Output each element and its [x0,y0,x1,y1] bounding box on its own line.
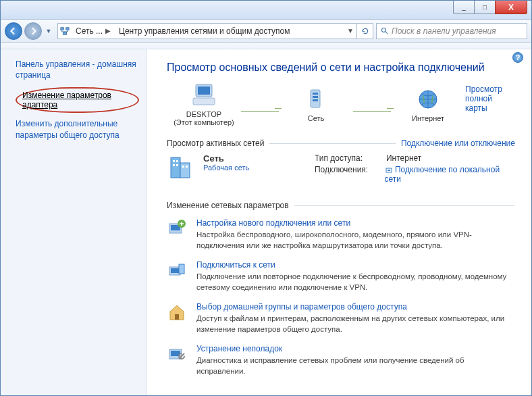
change-settings-list: Настройка нового подключения или сети На… [167,218,515,376]
toolbar [1,43,531,49]
svg-rect-0 [61,27,63,30]
svg-rect-10 [313,99,318,101]
svg-point-3 [382,28,386,32]
svg-rect-6 [193,98,215,105]
breadcrumb[interactable]: Сеть ...▶ Центр управления сетями и общи… [57,23,357,39]
breadcrumb-item[interactable]: Сеть ...▶ [72,26,115,36]
svg-rect-19 [186,166,188,168]
navbar: ▼ Сеть ...▶ Центр управления сетями и об… [1,20,531,43]
setup-new-connection-item[interactable]: Настройка нового подключения или сети На… [167,218,515,251]
svg-rect-27 [179,264,184,274]
workplace-network-icon [167,153,195,182]
svg-rect-14 [173,160,175,162]
refresh-button[interactable] [357,23,373,39]
troubleshoot-icon [167,344,187,364]
forward-button[interactable] [24,22,42,40]
sidebar-home-link[interactable]: Панель управления - домашняя страница [16,59,139,80]
search-input[interactable]: Поиск в панели управления [376,23,527,39]
main-content: ? Просмотр основных сведений о сети и на… [147,49,531,395]
help-button[interactable]: ? [512,52,523,63]
network-node-icon [304,87,328,112]
svg-rect-26 [171,268,179,273]
svg-rect-15 [176,160,178,162]
breadcrumb-item[interactable]: Центр управления сетями и общим доступом [115,26,294,36]
troubleshoot-item[interactable]: Устранение неполадок Диагностика и испра… [167,344,515,376]
homegroup-sharing-item[interactable]: Выбор домашней группы и параметров общег… [167,302,515,335]
svg-rect-2 [63,32,66,34]
map-connector [353,111,391,112]
svg-rect-17 [176,164,178,166]
search-placeholder: Поиск в панели управления [392,26,496,36]
page-title: Просмотр основных сведений о сети и наст… [167,61,515,74]
active-networks-header: Просмотр активных сетей Подключение или … [167,139,515,148]
refresh-icon [361,27,369,35]
svg-rect-21 [388,170,390,171]
svg-rect-8 [313,93,318,95]
network-map: DESKTOP (Этот компьютер) Сеть [167,83,515,126]
connect-to-network-item[interactable]: Подключиться к сети Подключение или повт… [167,260,515,293]
sidebar-advanced-link[interactable]: Изменить дополнительные параметры общего… [16,118,139,140]
breadcrumb-dropdown[interactable]: ▼ [344,27,356,34]
svg-rect-5 [198,86,210,95]
sidebar-adapter-link[interactable]: Изменение параметров адаптера [16,87,139,113]
map-connector [241,111,279,112]
maximize-button[interactable]: □ [474,1,496,14]
svg-rect-16 [173,164,175,166]
network-name: Сеть [203,153,249,164]
svg-rect-7 [311,90,320,107]
network-type-link[interactable]: Рабочая сеть [203,164,249,172]
search-icon [381,27,389,35]
sidebar: Панель управления - домашняя страница Из… [1,49,147,395]
map-node-internet[interactable]: Интернет [391,87,465,122]
connect-disconnect-link[interactable]: Подключение или отключение [401,139,515,148]
active-network: Сеть Рабочая сеть Тип доступа: Интернет … [167,153,515,186]
close-button[interactable]: X [495,1,527,14]
new-connection-icon [167,218,187,239]
svg-rect-9 [313,96,318,98]
window: _ □ X ▼ Сеть ...▶ Центр управления сетям… [0,0,532,396]
arrow-right-icon [29,27,37,35]
homegroup-icon [167,302,187,322]
svg-rect-1 [66,27,69,30]
full-map-link[interactable]: Просмотр полной карты [465,84,515,113]
map-node-desktop[interactable]: DESKTOP (Этот компьютер) [167,83,241,126]
body: Панель управления - домашняя страница Из… [1,49,531,395]
svg-rect-12 [171,157,180,178]
change-settings-header: Изменение сетевых параметров [167,201,515,210]
computer-icon [190,83,217,107]
back-button[interactable] [5,22,22,40]
arrow-left-icon [9,27,18,35]
svg-rect-28 [175,314,179,320]
chevron-right-icon: ▶ [105,27,111,34]
svg-rect-18 [182,166,184,168]
map-node-network[interactable]: Сеть [279,87,353,122]
titlebar: _ □ X [1,1,531,20]
minimize-button[interactable]: _ [453,1,475,14]
history-dropdown[interactable]: ▼ [44,22,53,40]
lan-icon [385,166,393,174]
window-controls: _ □ X [454,1,527,14]
connect-network-icon [167,260,187,280]
connection-link[interactable]: Подключение по локальной сети [385,165,515,184]
network-icon [58,26,72,36]
globe-icon [416,87,440,112]
access-type-value: Интернет [386,153,421,163]
svg-rect-13 [180,163,190,178]
